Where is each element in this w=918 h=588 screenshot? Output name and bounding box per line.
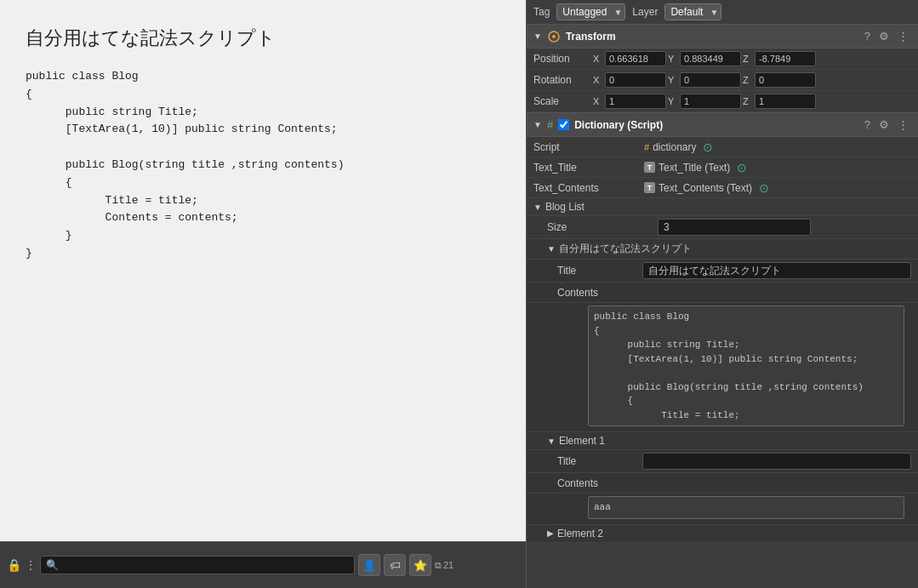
text-title-component-icon: T bbox=[644, 162, 655, 173]
entry1-contents-textarea[interactable]: aaa bbox=[588, 496, 904, 519]
entry0-label: 自分用はてな記法スクリプト bbox=[559, 242, 692, 256]
dictionary-more-button[interactable]: ⋮ bbox=[895, 117, 911, 132]
lock-icon[interactable]: 🔒 bbox=[7, 558, 21, 572]
size-row: Size bbox=[527, 216, 918, 239]
transform-settings-button[interactable]: ⚙ bbox=[876, 29, 892, 43]
position-row: Position X Y Z bbox=[527, 49, 918, 70]
scale-y-label: Y bbox=[668, 96, 678, 106]
entry0-collapse-arrow[interactable]: ▼ bbox=[547, 244, 556, 254]
tag-select-wrap: Untagged ▼ bbox=[556, 3, 625, 20]
tag-button[interactable]: 🏷 bbox=[384, 554, 406, 576]
rotation-x-label: X bbox=[593, 75, 603, 85]
text-contents-label: Text_Contents bbox=[533, 182, 644, 194]
transform-title: Transform bbox=[566, 31, 857, 43]
entry2-collapse-arrow[interactable]: ▶ bbox=[547, 528, 554, 538]
script-target-icon[interactable]: ⊙ bbox=[703, 140, 713, 154]
add-object-button[interactable]: 👤 bbox=[358, 554, 380, 576]
text-contents-row: Text_Contents T Text_Contents (Text) ⊙ bbox=[527, 178, 918, 198]
count-badge: ⧉ 21 bbox=[435, 560, 453, 571]
scale-z-input[interactable] bbox=[755, 94, 816, 109]
transform-help-button[interactable]: ? bbox=[862, 29, 873, 43]
rotation-x-input[interactable] bbox=[605, 72, 666, 88]
entry1-collapse-arrow[interactable]: ▼ bbox=[547, 437, 556, 446]
dictionary-settings-button[interactable]: ⚙ bbox=[876, 117, 892, 132]
search-input[interactable] bbox=[62, 559, 349, 571]
entry1-header: ▼ Element 1 bbox=[527, 432, 918, 450]
scale-row: Scale X Y Z bbox=[527, 91, 918, 112]
preview-area: 自分用はてな記法スクリプト public class Blog { public… bbox=[0, 0, 526, 541]
size-label: Size bbox=[547, 221, 658, 233]
position-x-label: X bbox=[593, 54, 603, 64]
scale-x-input[interactable] bbox=[605, 94, 666, 109]
position-y-label: Y bbox=[668, 54, 678, 64]
position-label: Position bbox=[533, 53, 593, 65]
star-button[interactable]: ⭐ bbox=[409, 554, 431, 576]
scale-label: Scale bbox=[533, 95, 593, 107]
position-y-input[interactable] bbox=[680, 51, 741, 66]
tag-select[interactable]: Untagged bbox=[556, 3, 625, 20]
search-input-wrap: 🔍 bbox=[40, 556, 355, 574]
preview-code: public class Blog { public string Title;… bbox=[26, 68, 500, 263]
size-input[interactable] bbox=[658, 219, 811, 236]
text-title-target-icon[interactable]: ⊙ bbox=[737, 161, 747, 174]
script-row: Script # dictionary ⊙ bbox=[527, 137, 918, 157]
entry1-title-row: Title bbox=[527, 450, 918, 473]
text-title-value: T Text_Title (Text) ⊙ bbox=[644, 161, 911, 174]
text-contents-name: Text_Contents (Text) bbox=[659, 182, 752, 194]
rotation-z-input[interactable] bbox=[755, 72, 816, 88]
svg-point-1 bbox=[552, 35, 556, 38]
object-count: 21 bbox=[443, 560, 453, 570]
entry0-contents-textarea[interactable]: public class Blog { public string Title;… bbox=[588, 305, 904, 426]
scale-z-label: Z bbox=[743, 96, 753, 106]
rotation-y-input[interactable] bbox=[680, 72, 741, 88]
entry1-title-input[interactable] bbox=[642, 453, 911, 470]
entry1-contents-wrap: aaa bbox=[527, 494, 918, 525]
entry1-label: Element 1 bbox=[559, 435, 605, 447]
layer-select-wrap: Default ▼ bbox=[664, 3, 721, 20]
position-xyz: X Y Z bbox=[593, 51, 911, 66]
dictionary-collapse-arrow[interactable]: ▼ bbox=[533, 120, 542, 129]
tag-label: Tag bbox=[533, 6, 550, 18]
script-name: dictionary bbox=[653, 141, 696, 153]
text-contents-target-icon[interactable]: ⊙ bbox=[759, 181, 769, 195]
layer-select[interactable]: Default bbox=[664, 3, 721, 20]
scale-x-label: X bbox=[593, 96, 603, 106]
blog-list-collapse-arrow[interactable]: ▼ bbox=[533, 203, 542, 212]
dictionary-actions: ? ⚙ ⋮ bbox=[862, 117, 911, 132]
dictionary-enabled-checkbox[interactable] bbox=[558, 119, 569, 130]
entry2-header: ▶ Element 2 bbox=[527, 525, 918, 543]
layer-icon: ⧉ bbox=[435, 560, 442, 571]
position-z-label: Z bbox=[743, 54, 753, 64]
entry2-label: Element 2 bbox=[557, 528, 603, 539]
entry0-title-input[interactable] bbox=[642, 262, 911, 279]
rotation-y-label: Y bbox=[668, 75, 678, 85]
dictionary-hash-icon: # bbox=[547, 118, 553, 131]
text-contents-value: T Text_Contents (Text) ⊙ bbox=[644, 181, 911, 195]
rotation-xyz: X Y Z bbox=[593, 72, 911, 88]
script-label: Script bbox=[533, 141, 644, 153]
more-options-icon[interactable]: ⋮ bbox=[25, 558, 37, 572]
preview-title: 自分用はてな記法スクリプト bbox=[26, 26, 500, 51]
position-z-input[interactable] bbox=[755, 51, 816, 66]
transform-more-button[interactable]: ⋮ bbox=[895, 29, 911, 43]
script-value: # dictionary ⊙ bbox=[644, 140, 911, 154]
scale-y-input[interactable] bbox=[680, 94, 741, 109]
scale-xyz: X Y Z bbox=[593, 94, 911, 109]
entry0-contents-label: Contents bbox=[557, 287, 642, 299]
dictionary-help-button[interactable]: ? bbox=[862, 117, 873, 132]
script-file-icon: # bbox=[644, 142, 649, 152]
transform-icon bbox=[547, 30, 561, 43]
left-panel: 自分用はてな記法スクリプト public class Blog { public… bbox=[0, 0, 526, 588]
position-x-input[interactable] bbox=[605, 51, 666, 66]
text-contents-component-icon: T bbox=[644, 182, 655, 193]
right-panel: Tag Untagged ▼ Layer Default ▼ ▼ Transfo… bbox=[526, 0, 918, 588]
entry1-title-label: Title bbox=[557, 455, 642, 467]
text-title-name: Text_Title (Text) bbox=[659, 162, 730, 174]
dictionary-title: Dictionary (Script) bbox=[574, 119, 857, 131]
tag-layer-bar: Tag Untagged ▼ Layer Default ▼ bbox=[527, 0, 918, 25]
rotation-z-label: Z bbox=[743, 75, 753, 85]
transform-collapse-arrow[interactable]: ▼ bbox=[533, 31, 542, 41]
rotation-label: Rotation bbox=[533, 74, 593, 86]
entry1-contents-label: Contents bbox=[557, 477, 642, 489]
layer-label: Layer bbox=[632, 6, 658, 18]
